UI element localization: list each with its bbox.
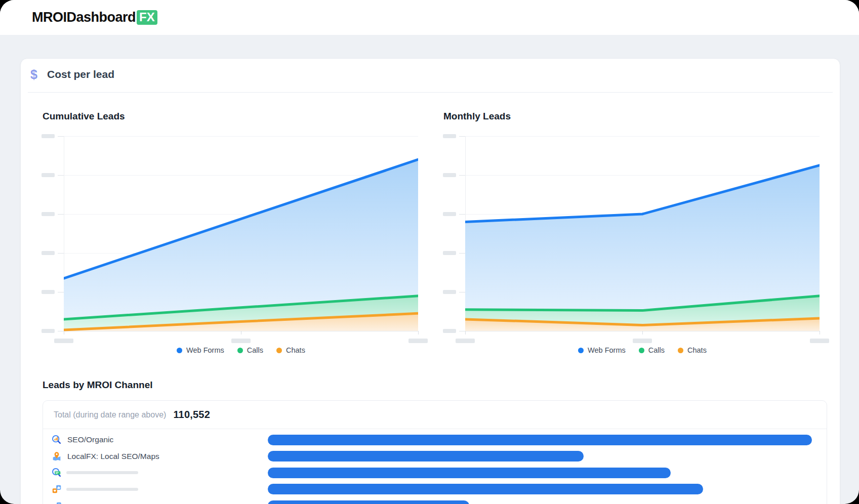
total-label: Total (during date range above) — [54, 410, 166, 419]
channel-lead-bar — [268, 435, 812, 445]
legend-item-calls[interactable]: Calls — [237, 346, 263, 354]
legend-item-chats[interactable]: Chats — [276, 346, 305, 354]
y-tick-label-redacted — [443, 212, 456, 216]
y-tick-label-redacted — [42, 134, 55, 138]
channel-label-redacted — [66, 488, 138, 491]
y-tick-label-redacted — [42, 212, 55, 216]
legend-label: Calls — [648, 346, 665, 354]
legend-label: Web Forms — [186, 346, 224, 354]
channel-label: SEO/Organic — [67, 435, 113, 444]
chart-legend: Web FormsCallsChats — [465, 346, 820, 354]
channel-lead-bar — [268, 484, 703, 494]
channel-label-redacted — [66, 471, 138, 474]
y-tick-mark — [58, 214, 64, 215]
legend-dot-icon — [639, 348, 644, 353]
y-tick-mark — [459, 175, 465, 176]
total-value: 110,552 — [173, 409, 210, 421]
plot-area-monthly — [465, 136, 820, 333]
legend-dot-icon — [276, 348, 282, 353]
y-tick-label-redacted — [42, 251, 55, 255]
channel-row-seo-organic: SEO/Organic — [43, 432, 827, 448]
channel-label: LocalFX: Local SEO/Maps — [67, 452, 159, 461]
channel-row-redacted-4 — [43, 481, 827, 498]
channel-rows: SEO/OrganicLocalFX: Local SEO/Maps — [43, 429, 827, 504]
x-tick-mark — [64, 331, 64, 334]
y-tick-label-redacted — [42, 290, 55, 294]
social-ads-icon — [51, 484, 62, 495]
channel-row-redacted-3 — [43, 465, 827, 481]
y-tick-label-redacted — [42, 329, 55, 333]
channel-lead-bar — [268, 468, 671, 478]
y-tick-mark — [58, 136, 64, 137]
legend-dot-icon — [237, 348, 243, 353]
y-tick-label-redacted — [443, 173, 456, 177]
paid-social-icon — [51, 500, 62, 504]
x-tick-label-redacted — [633, 339, 652, 343]
legend-label: Calls — [247, 346, 263, 354]
legend-item-calls[interactable]: Calls — [639, 346, 665, 354]
logo-fx-badge: FX — [137, 10, 157, 24]
y-tick-label-redacted — [443, 251, 456, 255]
chart-title-cumulative-leads: Cumulative Leads — [43, 111, 125, 122]
y-tick-mark — [459, 253, 465, 254]
legend-label: Chats — [286, 346, 305, 354]
top-header-bar: MROIDashboard FX — [0, 0, 859, 35]
plot-area-cumulative — [64, 136, 418, 333]
y-tick-mark — [459, 292, 465, 292]
x-tick-mark — [642, 331, 643, 334]
dollar-icon: $ — [30, 67, 37, 82]
panel-title: Cost per lead — [47, 68, 114, 80]
seo-organic-icon — [51, 434, 62, 445]
y-tick-mark — [459, 331, 465, 331]
y-tick-label-redacted — [42, 173, 55, 177]
legend-dot-icon — [678, 348, 683, 353]
channel-row-localfx-local-seo-maps: LocalFX: Local SEO/Maps — [43, 448, 827, 465]
legend-dot-icon — [177, 348, 182, 353]
leads-by-channel-card: Total (during date range above) 110,552 … — [43, 400, 827, 504]
logo-text: MROIDashboard — [32, 10, 136, 25]
panel-header: $ Cost per lead — [21, 59, 840, 93]
channel-row-redacted-5 — [43, 497, 827, 504]
y-tick-mark — [58, 292, 64, 292]
x-tick-label-redacted — [810, 339, 829, 343]
legend-item-chats[interactable]: Chats — [678, 346, 707, 354]
app-logo[interactable]: MROIDashboard FX — [32, 10, 157, 25]
y-tick-label-redacted — [443, 134, 456, 138]
legend-item-web-forms[interactable]: Web Forms — [578, 346, 626, 354]
paid-search-icon — [51, 467, 62, 478]
x-tick-label-redacted — [231, 339, 251, 343]
chart-legend: Web FormsCallsChats — [64, 346, 418, 354]
x-tick-mark — [465, 331, 466, 334]
chart-title-monthly-leads: Monthly Leads — [443, 111, 511, 122]
x-tick-label-redacted — [456, 339, 475, 343]
area-chart-svg — [465, 136, 820, 333]
panel-header-divider — [28, 92, 833, 93]
y-tick-label-redacted — [443, 290, 456, 294]
x-tick-mark — [241, 331, 241, 334]
y-tick-mark — [459, 214, 465, 215]
cost-per-lead-panel: $ Cost per lead Cumulative Leads Monthly… — [20, 58, 840, 504]
y-tick-label-redacted — [443, 329, 456, 333]
local-seo-maps-icon — [51, 451, 62, 462]
y-tick-mark — [58, 175, 64, 176]
x-tick-mark — [418, 331, 419, 334]
x-tick-label-redacted — [408, 339, 428, 343]
legend-label: Chats — [687, 346, 707, 354]
legend-item-web-forms[interactable]: Web Forms — [177, 346, 224, 354]
x-tick-mark — [820, 331, 820, 334]
y-tick-mark — [459, 136, 465, 137]
channel-lead-bar — [268, 500, 469, 504]
y-tick-mark — [58, 253, 64, 254]
dashboard-screenshot: MROIDashboard FX $ Cost per lead Cumulat… — [0, 0, 859, 504]
channel-lead-bar — [268, 451, 584, 461]
y-tick-mark — [58, 331, 64, 331]
x-tick-label-redacted — [54, 339, 73, 343]
legend-dot-icon — [578, 348, 584, 353]
total-row: Total (during date range above) 110,552 — [43, 401, 827, 429]
legend-label: Web Forms — [588, 346, 626, 354]
section-title-leads-by-channel: Leads by MROI Channel — [43, 380, 152, 391]
area-chart-svg — [64, 136, 418, 333]
